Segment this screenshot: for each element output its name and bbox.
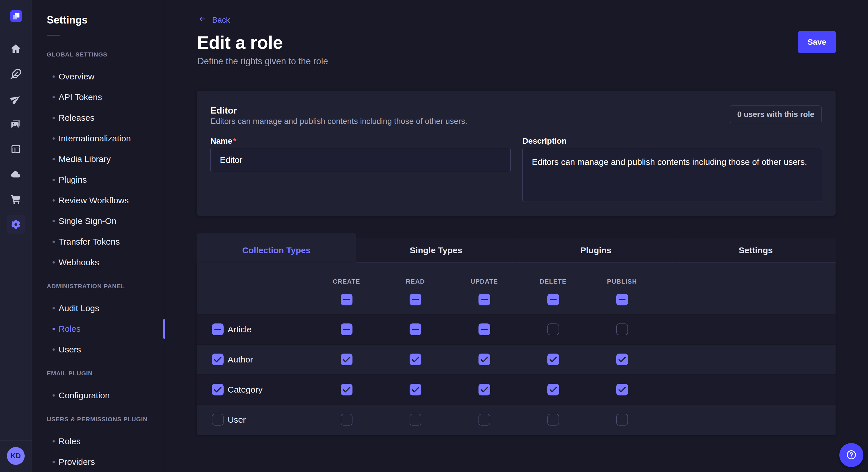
- minus-icon: [341, 324, 352, 335]
- user-row-checkbox[interactable]: [212, 414, 224, 426]
- nav-settings-gear-button[interactable]: [7, 215, 25, 234]
- tab-label: Single Types: [410, 245, 462, 255]
- layout-icon: [10, 143, 22, 155]
- article-row-checkbox[interactable]: [212, 324, 224, 335]
- user-create-checkbox[interactable]: [341, 414, 352, 426]
- permission-cell: [341, 324, 352, 335]
- nav-media-images-button[interactable]: [7, 115, 25, 133]
- subnav-item-roles[interactable]: Roles: [32, 431, 165, 452]
- article-delete-checkbox[interactable]: [547, 324, 559, 335]
- subnav-item-internationalization[interactable]: Internationalization: [32, 128, 165, 149]
- bullet-icon: [53, 158, 55, 160]
- select-all-update-checkbox[interactable]: [478, 294, 490, 305]
- subnav-section-label: GLOBAL SETTINGS: [32, 49, 165, 60]
- category-publish-checkbox[interactable]: [616, 384, 628, 396]
- permission-cell: [478, 324, 490, 335]
- subnav-section: GLOBAL SETTINGSOverviewAPI TokensRelease…: [32, 49, 165, 273]
- paper-plane-icon: [10, 93, 22, 105]
- author-publish-checkbox[interactable]: [616, 353, 628, 365]
- author-delete-checkbox[interactable]: [547, 353, 559, 365]
- subnav-item-releases[interactable]: Releases: [32, 107, 165, 128]
- back-link[interactable]: Back: [198, 15, 230, 25]
- subnav-item-single-sign-on[interactable]: Single Sign-On: [32, 211, 165, 231]
- subnav-item-label: Roles: [59, 436, 81, 446]
- category-row-checkbox[interactable]: [212, 384, 224, 396]
- article-read-checkbox[interactable]: [410, 324, 422, 335]
- description-textarea[interactable]: [522, 148, 822, 202]
- subnav-item-users[interactable]: Users: [32, 339, 165, 360]
- subnav-item-audit-logs[interactable]: Audit Logs: [32, 298, 165, 318]
- subnav-title: Settings: [47, 14, 88, 26]
- select-all-publish-checkbox[interactable]: [616, 294, 628, 305]
- help-button[interactable]: [839, 443, 863, 467]
- nav-content-type-layout-button[interactable]: [7, 140, 25, 158]
- category-create-checkbox[interactable]: [341, 384, 352, 396]
- author-row-checkbox[interactable]: [212, 353, 224, 365]
- cloud-icon: [10, 169, 22, 180]
- user-delete-checkbox[interactable]: [547, 414, 559, 426]
- tab-settings[interactable]: Settings: [676, 238, 836, 263]
- author-create-checkbox[interactable]: [341, 353, 352, 365]
- bullet-icon: [53, 179, 55, 181]
- subnav-item-review-workflows[interactable]: Review Workflows: [32, 190, 165, 211]
- article-update-checkbox[interactable]: [478, 324, 490, 335]
- subnav-item-overview[interactable]: Overview: [32, 66, 165, 87]
- bullet-icon: [53, 75, 55, 78]
- nav-home-button[interactable]: [7, 40, 25, 58]
- user-update-checkbox[interactable]: [478, 414, 490, 426]
- author-read-checkbox[interactable]: [410, 353, 422, 365]
- description-field-label: Description: [522, 136, 567, 146]
- article-publish-checkbox[interactable]: [616, 324, 628, 335]
- users-with-role-badge[interactable]: 0 users with this role: [730, 105, 822, 123]
- user-read-checkbox[interactable]: [410, 414, 422, 426]
- minus-icon: [341, 294, 352, 305]
- name-input[interactable]: [210, 148, 510, 172]
- subnav-item-label: Overview: [59, 72, 94, 81]
- select-all-read-checkbox[interactable]: [410, 294, 422, 305]
- subnav-item-configuration[interactable]: Configuration: [32, 385, 165, 406]
- permissions-table: CREATE READ UPDATE DELETE PUBLISH Articl…: [197, 263, 836, 435]
- check-icon: [616, 384, 628, 396]
- tab-collection-types[interactable]: Collection Types: [197, 233, 356, 263]
- category-update-checkbox[interactable]: [478, 384, 490, 396]
- required-asterisk: *: [233, 136, 236, 145]
- category-delete-checkbox[interactable]: [547, 384, 559, 396]
- permission-cell: [547, 324, 559, 335]
- back-arrow-icon: [198, 15, 206, 23]
- nav-marketplace-cart-button[interactable]: [7, 190, 25, 208]
- minus-icon: [616, 294, 628, 305]
- nav-content-feather-button[interactable]: [7, 65, 25, 83]
- permission-cell: [478, 384, 490, 396]
- subnav-item-media-library[interactable]: Media Library: [32, 149, 165, 169]
- tab-single-types[interactable]: Single Types: [356, 238, 516, 263]
- page-title: Edit a role: [197, 32, 283, 53]
- subnav-item-webhooks[interactable]: Webhooks: [32, 252, 165, 273]
- subnav-item-roles[interactable]: Roles: [32, 318, 165, 339]
- subnav-item-plugins[interactable]: Plugins: [32, 169, 165, 190]
- bullet-icon: [53, 328, 55, 330]
- subnav-item-api-tokens[interactable]: API Tokens: [32, 87, 165, 107]
- permission-cell: [478, 414, 490, 426]
- subnav-item-providers[interactable]: Providers: [32, 452, 165, 472]
- select-all-delete-checkbox[interactable]: [547, 294, 559, 305]
- subnav-item-transfer-tokens[interactable]: Transfer Tokens: [32, 231, 165, 252]
- nav-release-send-button[interactable]: [7, 90, 25, 108]
- article-create-checkbox[interactable]: [341, 324, 352, 335]
- author-update-checkbox[interactable]: [478, 353, 490, 365]
- subnav-title-divider: [47, 35, 60, 36]
- user-avatar[interactable]: KD: [7, 447, 25, 465]
- check-icon: [478, 384, 490, 396]
- category-read-checkbox[interactable]: [410, 384, 422, 396]
- tab-plugins[interactable]: Plugins: [516, 238, 676, 263]
- user-publish-checkbox[interactable]: [616, 414, 628, 426]
- permission-cell: [341, 414, 352, 426]
- subnav-item-label: API Tokens: [59, 92, 102, 102]
- subnav-section-label: ADMINISTRATION PANEL: [32, 280, 165, 292]
- subnav-item-label: Providers: [59, 457, 95, 467]
- bullet-icon: [53, 241, 55, 243]
- select-all-create-checkbox[interactable]: [341, 294, 352, 305]
- save-button[interactable]: Save: [798, 31, 836, 53]
- nav-deploy-cloud-button[interactable]: [7, 165, 25, 183]
- bullet-icon: [53, 261, 55, 264]
- strapi-logo[interactable]: [10, 10, 22, 22]
